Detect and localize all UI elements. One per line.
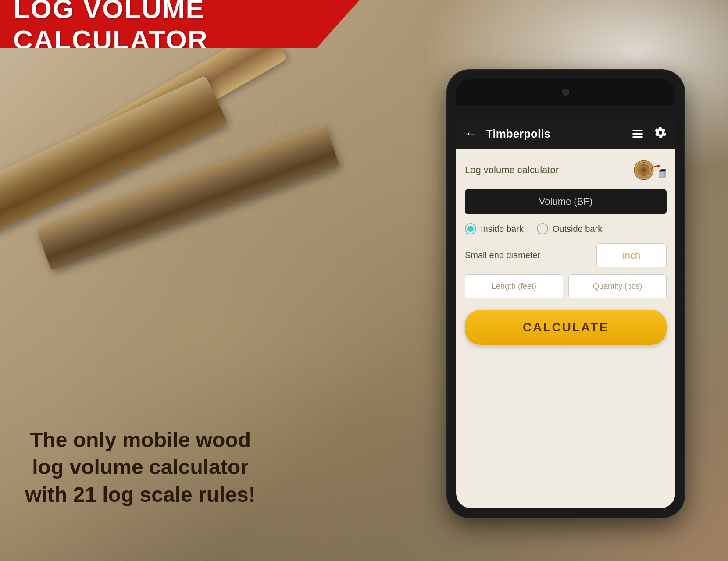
radio-group: Inside bark Outside bark xyxy=(465,221,667,236)
phone-device: ← Timberpolis Log volume calculator xyxy=(447,70,684,517)
app-bar: ← Timberpolis xyxy=(456,118,675,149)
menu-icon[interactable] xyxy=(632,130,643,138)
content-title: Log volume calculator xyxy=(465,164,559,176)
banner-title: LOG VOLUME CALCULATOR xyxy=(13,0,360,55)
volume-dropdown[interactable]: Volume (BF) xyxy=(465,189,667,214)
svg-marker-9 xyxy=(659,169,666,171)
phone-screen: ← Timberpolis Log volume calculator xyxy=(456,79,675,508)
two-inputs-row: Length (feet) Quantity (pcs) xyxy=(465,274,667,298)
calculate-button[interactable]: CALCULATE xyxy=(465,310,667,345)
app-title: Timberpolis xyxy=(486,127,628,141)
radio-outside-bark[interactable]: Outside bark xyxy=(537,223,602,234)
menu-line-2 xyxy=(632,133,643,135)
quantity-input[interactable]: Quantity (pcs) xyxy=(568,274,667,298)
red-banner: LOG VOLUME CALCULATOR xyxy=(0,0,360,48)
svg-rect-8 xyxy=(659,171,665,178)
volume-label: Volume (BF) xyxy=(539,196,592,207)
radio-label-inside: Inside bark xyxy=(481,224,524,234)
radio-circle-inside xyxy=(465,223,476,234)
subtitle-text: The only mobile wood log volume calculat… xyxy=(18,426,263,508)
camera-dot xyxy=(562,89,569,96)
radio-circle-outside xyxy=(537,223,548,234)
content-header: Log volume calculator xyxy=(465,158,667,182)
length-placeholder: Length (feet) xyxy=(492,282,536,291)
back-button[interactable]: ← xyxy=(465,127,477,141)
radio-dot-inside xyxy=(467,226,474,232)
menu-line-3 xyxy=(632,136,643,138)
diameter-row: Small end diameter inch xyxy=(465,243,667,267)
settings-icon[interactable] xyxy=(654,127,667,141)
menu-line-1 xyxy=(632,130,643,131)
app-content: Log volume calculator xyxy=(456,149,675,508)
radio-inside-bark[interactable]: Inside bark xyxy=(465,223,524,234)
length-input[interactable]: Length (feet) xyxy=(465,274,563,298)
diameter-label: Small end diameter xyxy=(465,250,591,260)
quantity-placeholder: Quantity (pcs) xyxy=(593,282,642,291)
status-bar xyxy=(456,105,675,118)
radio-label-outside: Outside bark xyxy=(553,224,602,234)
diameter-input[interactable]: inch xyxy=(596,243,667,267)
phone-camera-area xyxy=(456,79,675,105)
app-logo xyxy=(632,158,667,182)
calculate-label: CALCULATE xyxy=(523,320,609,334)
diameter-placeholder: inch xyxy=(623,250,640,261)
